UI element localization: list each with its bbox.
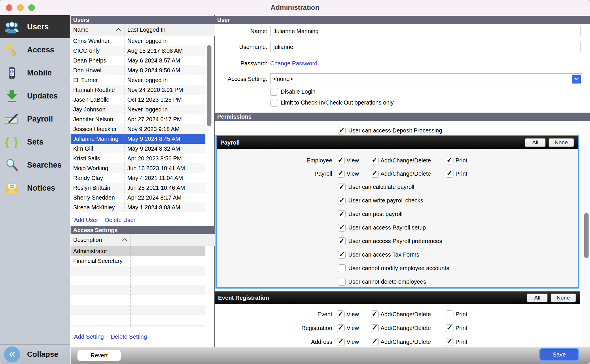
envelope-icon — [4, 180, 20, 196]
user-row[interactable]: Dean PhelpsMay 6 2024 8:57 AM — [71, 56, 205, 65]
user-row[interactable]: Kristi SallsApr 20 2023 8:56 PM — [71, 153, 205, 163]
column-header-name[interactable]: Name — [71, 24, 124, 36]
users-icon — [4, 19, 20, 35]
view-checkbox[interactable] — [337, 338, 345, 346]
view-checkbox[interactable] — [337, 170, 345, 178]
sidebar-item-notices[interactable]: Notices — [0, 177, 70, 200]
acd-checkbox[interactable] — [371, 157, 379, 164]
option-label: User can calculate payroll — [348, 184, 414, 190]
users-scrollbar-thumb[interactable] — [207, 45, 211, 126]
option-checkbox[interactable] — [338, 183, 346, 191]
name-field[interactable] — [270, 26, 580, 36]
add-user-link[interactable]: Add User — [74, 217, 98, 223]
sidebar-item-payroll[interactable]: Payroll — [0, 107, 70, 130]
user-row[interactable]: Jay JohnsonNever logged in — [71, 105, 205, 114]
payroll-none-button[interactable]: None — [549, 138, 574, 147]
sidebar-item-label: Users — [27, 22, 49, 31]
right-scrollbar-thumb[interactable] — [584, 213, 589, 258]
sidebar-item-updates[interactable]: Updates — [0, 84, 70, 107]
payroll-all-button[interactable]: All — [525, 138, 546, 147]
event-registration-rows: EventViewAdd/Change/DeletePrintRegistrat… — [215, 307, 580, 349]
sidebar-item-users[interactable]: Users — [0, 15, 70, 38]
username-field[interactable] — [270, 42, 580, 52]
access-setting-dropdown[interactable]: <none> — [270, 73, 582, 84]
sidebar-item-access[interactable]: Access — [0, 38, 70, 61]
save-button[interactable]: Save — [540, 349, 578, 360]
acd-label: Add/Change/Delete — [381, 339, 431, 345]
access-setting-row[interactable]: Financial Secretary — [71, 256, 205, 266]
print-checkbox[interactable] — [446, 170, 453, 178]
option-checkbox[interactable] — [338, 197, 346, 204]
option-checkbox[interactable] — [338, 264, 346, 272]
event-all-button[interactable]: All — [527, 293, 548, 302]
sidebar-item-mobile[interactable]: Mobile — [0, 61, 70, 84]
disable-login-label: Disable Login — [281, 88, 315, 95]
option-label: User cannot delete employees — [348, 278, 426, 285]
user-row[interactable]: Kim GillMay 9 2024 8:32 AM — [71, 144, 205, 153]
user-row[interactable]: Jasen LaBolleOct 12 2023 1:25 PM — [71, 95, 205, 105]
delete-user-link[interactable]: Delete User — [105, 217, 135, 223]
user-row[interactable]: Julianne ManningMay 9 2024 8:45 AM — [71, 134, 205, 144]
user-name-cell: Eli Turner — [71, 75, 124, 85]
change-password-link[interactable]: Change Password — [270, 60, 317, 67]
sidebar-item-searches[interactable]: Searches — [0, 153, 70, 177]
zoom-button[interactable] — [28, 4, 35, 11]
user-row[interactable]: Mojo WorkingJun 16 2023 10:41 AM — [71, 163, 205, 173]
option-checkbox[interactable] — [338, 224, 346, 232]
users-table-header: Name Last Logged In — [71, 24, 215, 36]
user-row[interactable]: Jennifer NelsonApr 27 2024 6:17 PM — [71, 114, 205, 124]
deposit-processing-checkbox[interactable] — [338, 127, 346, 134]
sidebar-item-sets[interactable]: { } Sets — [0, 130, 70, 153]
user-row[interactable]: Jessica HaecklerNov 9 2023 9:18 AM — [71, 124, 205, 134]
view-checkbox[interactable] — [337, 310, 345, 318]
print-label: Print — [455, 325, 467, 331]
column-header-last-logged-in[interactable]: Last Logged In — [124, 24, 201, 36]
user-row[interactable]: Roslyn BrittainJun 25 2021 10:46 AM — [71, 183, 205, 193]
access-setting-row[interactable]: Administrator — [71, 246, 205, 256]
user-row[interactable]: CICO onlyAug 15 2017 8:08 AM — [71, 46, 205, 56]
option-checkbox[interactable] — [338, 278, 346, 286]
option-checkbox[interactable] — [338, 237, 346, 245]
collapse-label: Collapse — [27, 350, 58, 359]
view-checkbox[interactable] — [337, 157, 345, 164]
magnifier-icon — [4, 157, 20, 173]
user-row[interactable]: Hannah RoethleNov 24 2020 3:01 PM — [71, 85, 205, 95]
delete-setting-link[interactable]: Delete Setting — [111, 333, 147, 340]
user-row[interactable]: Chris WeidnerNever logged in — [71, 36, 205, 46]
acd-checkbox[interactable] — [371, 324, 379, 332]
sidebar: Users Access — [0, 15, 71, 364]
user-row[interactable]: Don HowellMay 8 2024 9:50 AM — [71, 65, 205, 75]
option-label: User can post payroll — [348, 211, 402, 217]
print-checkbox[interactable] — [446, 338, 453, 346]
collapse-button[interactable]: « Collapse — [0, 344, 70, 364]
add-setting-link[interactable]: Add Setting — [74, 333, 104, 340]
access-settings-table-header: Description — [71, 234, 215, 246]
column-header-description[interactable]: Description — [71, 234, 131, 246]
event-none-button[interactable]: None — [551, 293, 576, 302]
view-checkbox[interactable] — [337, 324, 345, 332]
name-label: Name: — [215, 28, 267, 35]
acd-checkbox[interactable] — [371, 338, 379, 346]
user-row[interactable]: Sherry SneddenApr 22 2024 8:17 AM — [71, 193, 205, 202]
users-panel-header: Users — [71, 16, 215, 24]
print-checkbox[interactable] — [446, 324, 453, 332]
minimize-button[interactable] — [17, 4, 24, 11]
dropdown-button[interactable] — [572, 75, 581, 84]
user-row[interactable]: Sirena McKinleyMay 1 2024 8:03 AM — [71, 202, 205, 212]
disable-login-checkbox[interactable] — [270, 88, 278, 96]
acd-checkbox[interactable] — [371, 310, 379, 318]
close-button[interactable] — [6, 4, 12, 11]
empty-row — [71, 295, 205, 305]
user-row[interactable]: Randy ClayMay 4 2021 11:04 AM — [71, 173, 205, 183]
user-row[interactable]: Eli TurnerNever logged in — [71, 75, 205, 85]
acd-checkbox[interactable] — [371, 170, 379, 178]
limit-cico-checkbox[interactable] — [270, 99, 278, 107]
print-checkbox[interactable] — [446, 157, 453, 164]
user-name-cell: Kristi Salls — [71, 153, 124, 163]
option-checkbox[interactable] — [338, 251, 346, 259]
payroll-grid-row-1: PayrollViewAdd/Change/DeletePrint — [217, 170, 578, 178]
option-checkbox[interactable] — [338, 210, 346, 218]
revert-button[interactable]: Revert — [77, 350, 121, 361]
event-registration-section-title: Event Registration — [218, 295, 527, 301]
print-checkbox[interactable] — [446, 310, 453, 318]
